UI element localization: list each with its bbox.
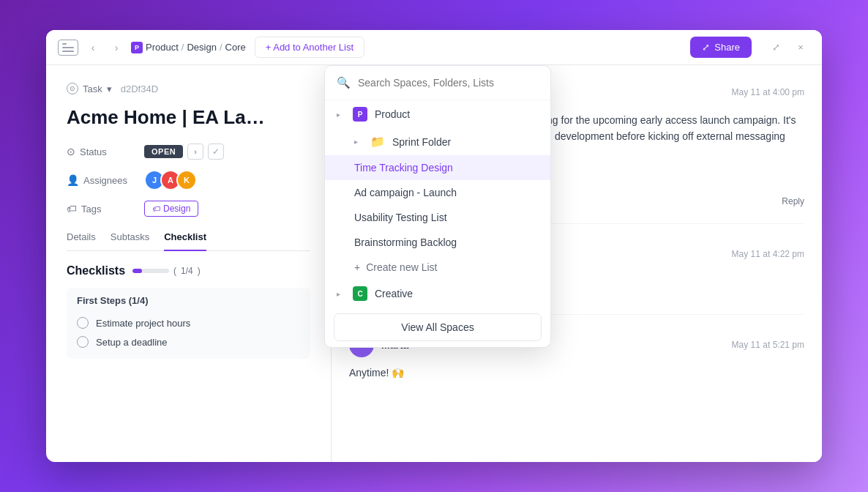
avatar-3[interactable]: K [176, 170, 197, 190]
checklist-item-text-2: Setup a deadline [96, 337, 168, 348]
checklist-group-title: First Steps (1/4) [77, 295, 300, 306]
comment-3-text: Anytime! 🙌 [349, 365, 804, 381]
titlebar-left: ‹ › P Product / Design / Core [58, 39, 246, 56]
status-badge: OPEN › ✓ [144, 144, 224, 160]
dropdown-item-creative[interactable]: ▸ C Creative [325, 280, 550, 308]
svg-rect-0 [62, 43, 67, 45]
task-type-icon: ⊙ [67, 83, 78, 94]
status-check-button[interactable]: ✓ [208, 144, 224, 160]
progress-fill [132, 269, 142, 273]
checklist-circle-1[interactable] [77, 317, 89, 329]
share-label: Share [714, 42, 740, 53]
breadcrumb: P Product / Design / Core [131, 42, 246, 53]
dropdown-item-product[interactable]: ▸ P Product [325, 100, 550, 128]
progress-fraction: 1/4 [181, 266, 193, 276]
create-new-icon: + [354, 261, 360, 273]
svg-rect-1 [62, 47, 74, 48]
tags-icon: 🏷 [67, 203, 77, 215]
comment-1-time: May 11 at 4:00 pm [732, 87, 804, 97]
tag-label: Design [163, 204, 190, 214]
checklists-title: Checklists [67, 264, 125, 277]
dropdown-item-sprint-folder[interactable]: ▸ 📁 Sprint Folder [325, 128, 550, 155]
checklist-item-1: Estimate project hours [77, 313, 300, 332]
status-arrow-button[interactable]: › [187, 144, 203, 160]
nav-forward-button[interactable]: › [108, 39, 125, 56]
tag-icon: 🏷 [152, 204, 160, 213]
progress-bar-container: ( 1/4 ) [132, 266, 201, 276]
task-id: d2Df34D [121, 83, 158, 94]
task-tabs: Details Subtasks Checklist [67, 231, 310, 251]
checklist-item-text-1: Estimate project hours [96, 318, 190, 329]
task-type-label: Task [83, 83, 102, 94]
tab-details[interactable]: Details [67, 231, 96, 251]
sprint-folder-label: Sprint Folder [392, 136, 451, 148]
checklist-group: First Steps (1/4) Estimate project hours… [67, 288, 310, 359]
creative-label: Creative [375, 288, 413, 299]
nav-back-button[interactable]: ‹ [84, 39, 102, 56]
view-all-spaces-button[interactable]: View All Spaces [334, 313, 542, 341]
product-label: Product [375, 108, 410, 120]
breadcrumb-space-icon: P [131, 42, 143, 53]
tags-label: 🏷 Tags [67, 203, 132, 215]
time-tracking-label: Time Tracking Design [354, 162, 453, 174]
window-close-button[interactable]: × [791, 38, 810, 57]
status-field-label: ⊙ Status [67, 146, 132, 157]
product-space-icon: P [353, 107, 367, 122]
assignees-label: 👤 Assignees [67, 174, 132, 186]
dropdown-item-brainstorming[interactable]: Brainstorming Backlog [325, 230, 550, 255]
window-controls: ⤢ × [766, 38, 810, 57]
share-icon: ⤢ [702, 42, 710, 53]
usability-label: Usability Testing List [354, 212, 447, 223]
search-icon: 🔍 [337, 76, 351, 89]
task-type-chevron: ▾ [107, 83, 112, 94]
breadcrumb-sep-1: / [182, 42, 184, 53]
task-panel: ⊙ Task ▾ d2Df34D Acme Home | EA La… ⊙ St… [46, 65, 332, 462]
progress-text: ( [173, 266, 176, 276]
dropdown-list: ▸ P Product ▸ 📁 Sprint Folder Time Track… [325, 100, 550, 308]
breadcrumb-product[interactable]: Product [146, 42, 179, 53]
ad-campaign-label: Ad campaign - Launch [354, 187, 457, 198]
checklists-header: Checklists ( 1/4 ) [67, 264, 310, 277]
expand-icon-sprint: ▸ [354, 138, 363, 146]
task-meta: ⊙ Task ▾ d2Df34D [67, 83, 310, 94]
folder-icon: 📁 [370, 135, 385, 149]
breadcrumb-core[interactable]: Core [225, 42, 246, 53]
task-fields: ⊙ Status OPEN › ✓ 👤 Assignees [67, 144, 310, 217]
status-pill[interactable]: OPEN [144, 145, 183, 158]
progress-close: ) [198, 266, 201, 276]
checklist-circle-2[interactable] [77, 336, 89, 348]
dropdown-item-usability[interactable]: Usability Testing List [325, 205, 550, 230]
assignees-field: 👤 Assignees J A K [67, 170, 310, 190]
add-to-list-button[interactable]: + Add to Another List [255, 37, 364, 58]
search-input[interactable] [358, 77, 539, 89]
tags-field: 🏷 Tags 🏷 Design [67, 201, 310, 217]
status-icon: ⊙ [67, 146, 75, 157]
titlebar: ‹ › P Product / Design / Core + Add to A… [46, 30, 822, 65]
create-new-label: Create new List [366, 261, 437, 273]
tag-design[interactable]: 🏷 Design [144, 201, 198, 217]
sidebar-toggle-button[interactable] [58, 40, 78, 56]
status-field: ⊙ Status OPEN › ✓ [67, 144, 310, 160]
checklist-item-2: Setup a deadline [77, 332, 300, 351]
svg-rect-2 [62, 51, 74, 52]
search-box: 🔍 [325, 66, 550, 100]
comment-2-time: May 11 at 4:22 pm [732, 249, 804, 259]
window-expand-button[interactable]: ⤢ [766, 38, 785, 57]
expand-icon-product: ▸ [337, 111, 345, 119]
tab-checklist[interactable]: Checklist [164, 231, 206, 251]
add-to-list-dropdown: 🔍 ▸ P Product ▸ 📁 Sprint Folder [324, 65, 551, 348]
task-type-selector[interactable]: ⊙ Task ▾ [67, 83, 112, 94]
dropdown-item-ad-campaign[interactable]: Ad campaign - Launch [325, 180, 550, 205]
breadcrumb-design[interactable]: Design [187, 42, 216, 53]
breadcrumb-sep-2: / [220, 42, 222, 53]
main-window: ‹ › P Product / Design / Core + Add to A… [46, 30, 822, 462]
share-button[interactable]: ⤢ Share [690, 37, 752, 58]
brainstorming-label: Brainstorming Backlog [354, 236, 457, 248]
dropdown-item-time-tracking[interactable]: Time Tracking Design [325, 155, 550, 180]
task-title: Acme Home | EA La… [67, 106, 310, 129]
create-new-list-button[interactable]: + Create new List [325, 255, 550, 280]
reply-button-1[interactable]: Reply [782, 196, 804, 206]
assignees-avatars: J A K [144, 170, 197, 190]
progress-bar [132, 269, 169, 273]
tab-subtasks[interactable]: Subtasks [111, 231, 149, 251]
